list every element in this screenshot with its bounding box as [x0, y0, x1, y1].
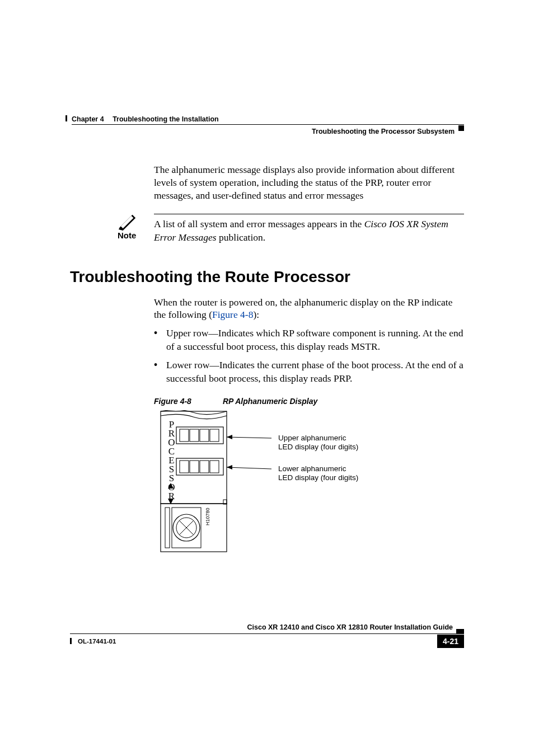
footer-endcap	[456, 629, 464, 633]
note-text-suffix: publication.	[217, 232, 265, 243]
intro-paragraph: The alphanumeric message displays also p…	[154, 163, 464, 201]
svg-rect-8	[180, 461, 189, 473]
callout-lower-l1: Lower alphanumeric	[278, 464, 346, 473]
svg-rect-10	[200, 461, 209, 473]
bullet-text: Upper row—Indicates which RP software co…	[166, 327, 464, 353]
svg-marker-23	[227, 435, 232, 439]
note-pencil-icon	[118, 213, 139, 231]
svg-marker-25	[227, 465, 232, 469]
chapter-label: Chapter 4	[72, 115, 104, 123]
callout-upper-l1: Upper alphanumeric	[278, 434, 346, 442]
note-rule	[154, 214, 464, 214]
footer-guide-title: Cisco XR 12410 and Cisco XR 12810 Router…	[247, 623, 453, 631]
bullet-dot: •	[154, 359, 166, 385]
figure-ref-link[interactable]: Figure 4-8	[212, 309, 253, 320]
figure-rp-display: PROCESSOR H10780 Upper alphanumeric LED …	[154, 410, 423, 555]
header-endcap	[458, 125, 464, 131]
section-tag: Troubleshooting the Processor Subsystem	[312, 128, 455, 135]
figure-caption: Figure 4-8RP Alphanumeric Display	[154, 397, 464, 406]
svg-line-22	[227, 437, 271, 438]
bullet-list: • Upper row—Indicates which RP software …	[154, 327, 464, 386]
note-block: Note A list of all system and error mess…	[118, 214, 464, 244]
svg-rect-4	[190, 429, 199, 442]
page-footer: Cisco XR 12410 and Cisco XR 12810 Router…	[70, 633, 464, 634]
processor-side-label: PROCESSOR	[166, 419, 177, 500]
callout-lower: Lower alphanumeric LED display (four dig…	[278, 464, 358, 483]
callout-lower-l2: LED display (four digits)	[278, 473, 358, 482]
svg-rect-11	[210, 461, 219, 473]
chapter-title: Troubleshooting the Installation	[113, 115, 219, 123]
callout-upper: Upper alphanumeric LED display (four dig…	[278, 434, 358, 453]
body2-prefix: When the router is powered on, the alpha…	[154, 297, 452, 321]
svg-rect-3	[180, 429, 189, 442]
bullet-text: Lower row—Indicates the current phase of…	[166, 359, 464, 385]
list-item: • Upper row—Indicates which RP software …	[154, 327, 464, 353]
note-text-prefix: A list of all system and error messages …	[154, 218, 364, 229]
body2-suffix: ):	[253, 309, 259, 320]
list-item: • Lower row—Indicates the current phase …	[154, 359, 464, 385]
section-heading: Troubleshooting the Route Processor	[70, 268, 464, 286]
svg-rect-15	[165, 508, 170, 548]
svg-rect-6	[210, 429, 219, 442]
svg-rect-14	[161, 504, 227, 552]
header-left-tick	[65, 115, 67, 121]
svg-line-24	[227, 467, 271, 469]
figure-label: Figure 4-8	[154, 397, 191, 406]
footer-doc-id: OL-17441-01	[78, 638, 116, 645]
chapter-header: Chapter 4 Troubleshooting the Installati…	[72, 115, 219, 123]
note-text: A list of all system and error messages …	[154, 218, 464, 244]
bullet-dot: •	[154, 327, 166, 353]
page-number: 4-21	[437, 635, 464, 648]
svg-rect-5	[200, 429, 209, 442]
footer-rule	[70, 633, 464, 634]
svg-rect-9	[190, 461, 199, 473]
note-label: Note	[118, 231, 136, 240]
callout-upper-l2: LED display (four digits)	[278, 443, 358, 451]
figure-title: RP Alphanumeric Display	[223, 397, 317, 406]
header-rule	[72, 124, 464, 125]
figure-art-id: H10780	[205, 508, 210, 525]
body-paragraph-2: When the router is powered on, the alpha…	[154, 296, 464, 322]
footer-left-tick	[70, 638, 72, 644]
